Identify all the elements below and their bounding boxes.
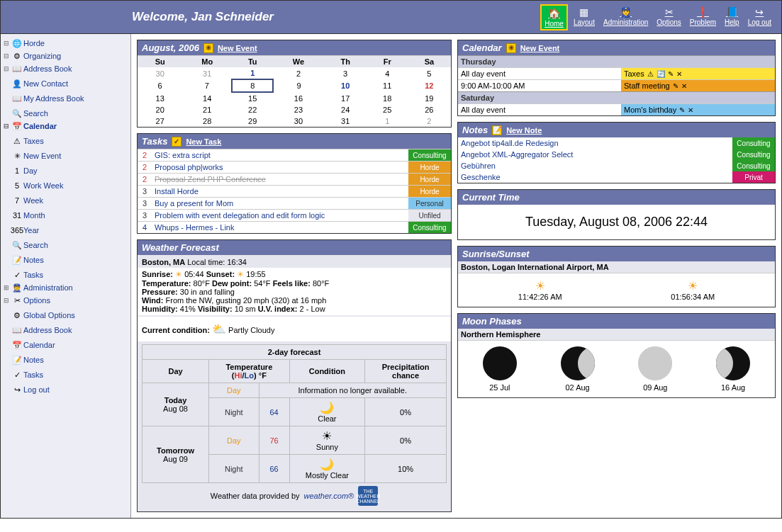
calendar-day[interactable]: 31 — [324, 115, 367, 127]
calendar-day[interactable]: 26 — [408, 104, 451, 115]
tree-address-book[interactable]: ⊟📖Address Book — [2, 64, 129, 74]
tree-taxes[interactable]: ⚠Taxes — [2, 136, 129, 146]
calendar-day[interactable]: 14 — [182, 92, 232, 104]
calendar-day[interactable]: 27 — [138, 115, 182, 127]
calendar-day[interactable]: 11 — [367, 79, 408, 92]
topmenu-help[interactable]: 📘Help — [722, 4, 742, 30]
event-action-icon[interactable]: ✎ — [673, 82, 678, 90]
calendar-day[interactable]: 18 — [367, 92, 408, 104]
topmenu-home[interactable]: 🏠Home — [540, 4, 568, 30]
tree-notes[interactable]: 📝Notes — [2, 255, 129, 265]
calendar-day[interactable]: 2 — [273, 67, 323, 79]
event-action-icon[interactable]: 🔄 — [657, 70, 665, 78]
tree-year[interactable]: 365Year — [2, 225, 129, 235]
note-title[interactable]: Angebot tip4all.de Redesign — [458, 137, 732, 149]
tree-search[interactable]: 🔍Search — [2, 240, 129, 250]
note-title[interactable]: Geschenke — [458, 171, 732, 183]
weather-provider-link[interactable]: weather.com® — [304, 492, 354, 500]
task-title[interactable]: GIS: extra script — [152, 149, 408, 162]
calendar-day[interactable]: 6 — [138, 79, 182, 92]
tree-search[interactable]: 🔍Search — [2, 108, 129, 118]
task-title[interactable]: Proposal Zend PHP Conference — [152, 174, 408, 186]
task-title[interactable]: Problem with event delegation and edit f… — [152, 210, 408, 222]
calendar-day[interactable]: 1 — [367, 115, 408, 127]
calendar-day[interactable]: 28 — [182, 115, 232, 127]
tree-my-address-book[interactable]: 📖My Address Book — [2, 94, 129, 103]
calendar-day[interactable]: 22 — [232, 104, 273, 115]
calendar-day[interactable]: 31 — [182, 67, 232, 79]
calendar-day[interactable]: 21 — [182, 104, 232, 115]
tree-administration[interactable]: ⊞👮Administration — [2, 283, 129, 293]
calendar-day[interactable]: 7 — [182, 79, 232, 92]
calendar-day[interactable]: 30 — [138, 67, 182, 79]
expander-icon[interactable]: ⊞ — [2, 284, 11, 291]
calendar-day[interactable]: 12 — [408, 79, 451, 92]
new-task-link[interactable]: New Task — [186, 137, 221, 146]
expander-icon[interactable]: ⊟ — [2, 52, 11, 60]
tree-new-contact[interactable]: 👤New Contact — [2, 79, 129, 89]
calendar-day[interactable]: 1 — [232, 67, 273, 79]
tree-tasks[interactable]: ✓Tasks — [2, 370, 129, 380]
new-event-icon[interactable]: ✳ — [203, 43, 213, 53]
topmenu-administration[interactable]: 👮Administration — [601, 4, 651, 30]
event-title[interactable]: Mom's birthday✎✕ — [621, 104, 775, 115]
expander-icon[interactable]: ⊟ — [2, 123, 11, 130]
calendar-day[interactable]: 15 — [232, 92, 273, 104]
tree-calendar[interactable]: 📅Calendar — [2, 340, 129, 350]
tree-calendar[interactable]: ⊟📅Calendar — [2, 121, 129, 131]
tree-new-event[interactable]: ✳New Event — [2, 151, 129, 161]
expander-icon[interactable]: ⊟ — [2, 65, 11, 72]
tree-work-week[interactable]: 5Work Week — [2, 181, 129, 191]
event-action-icon[interactable]: ✕ — [688, 106, 693, 114]
calendar-day[interactable]: 25 — [367, 104, 408, 115]
tree-month[interactable]: 31Month — [2, 210, 129, 220]
calendar-day[interactable]: 8 — [232, 79, 273, 92]
calendar-day[interactable]: 3 — [324, 67, 367, 79]
note-title[interactable]: Gebühren — [458, 160, 732, 171]
calendar-day[interactable]: 23 — [273, 104, 323, 115]
calendar-day[interactable]: 20 — [138, 104, 182, 115]
cal-new-event-icon[interactable]: ✳ — [506, 43, 516, 53]
event-action-icon[interactable]: ⚠ — [647, 70, 654, 78]
event-action-icon[interactable]: ✎ — [668, 70, 674, 78]
tree-notes[interactable]: 📝Notes — [2, 355, 129, 365]
tree-week[interactable]: 7Week — [2, 196, 129, 205]
calendar-day[interactable]: 16 — [273, 92, 323, 104]
tree-global-options[interactable]: ⚙Global Options — [2, 310, 129, 320]
tree-day[interactable]: 1Day — [2, 166, 129, 176]
tree-tasks[interactable]: ✓Tasks — [2, 270, 129, 280]
expander-icon[interactable]: ⊟ — [2, 40, 11, 47]
calendar-day[interactable]: 10 — [324, 79, 367, 92]
topmenu-log-out[interactable]: ↪Log out — [745, 4, 774, 30]
task-title[interactable]: Install Horde — [152, 186, 408, 198]
expander-icon[interactable]: ⊟ — [2, 297, 11, 304]
topmenu-options[interactable]: ✂Options — [654, 4, 683, 30]
task-title[interactable]: Whups - Hermes - Link — [152, 222, 408, 234]
calendar-day[interactable]: 13 — [138, 92, 182, 104]
tree-address-book[interactable]: 📖Address Book — [2, 325, 129, 335]
task-title[interactable]: Buy a present for Mom — [152, 198, 408, 210]
event-action-icon[interactable]: ✎ — [679, 106, 685, 114]
calendar-day[interactable]: 5 — [408, 67, 451, 79]
event-action-icon[interactable]: ✕ — [681, 82, 687, 90]
event-title[interactable]: Staff meeting✎✕ — [621, 80, 775, 91]
calendar-day[interactable]: 2 — [408, 115, 451, 127]
tree-horde[interactable]: ⊟🌐Horde — [2, 38, 129, 48]
topmenu-problem[interactable]: ❗Problem — [687, 4, 719, 30]
tree-options[interactable]: ⊟✂Options — [2, 295, 129, 305]
new-note-link[interactable]: New Note — [506, 126, 542, 135]
new-note-icon[interactable]: 📝 — [492, 125, 502, 135]
tree-organizing[interactable]: ⊟⚙Organizing — [2, 51, 129, 61]
calendar-day[interactable]: 30 — [273, 115, 323, 127]
calendar-day[interactable]: 19 — [408, 92, 451, 104]
calendar-day[interactable]: 17 — [324, 92, 367, 104]
calendar-day[interactable]: 29 — [232, 115, 273, 127]
task-title[interactable]: Proposal php|works — [152, 162, 408, 174]
calendar-day[interactable]: 9 — [273, 79, 323, 92]
calendar-day[interactable]: 24 — [324, 104, 367, 115]
note-title[interactable]: Angebot XML-Aggregator Select — [458, 149, 732, 160]
event-title[interactable]: Taxes⚠🔄✎✕ — [621, 68, 775, 79]
event-action-icon[interactable]: ✕ — [676, 70, 682, 78]
new-event-link[interactable]: New Event — [218, 44, 257, 52]
new-task-icon[interactable]: ✓ — [172, 137, 181, 147]
